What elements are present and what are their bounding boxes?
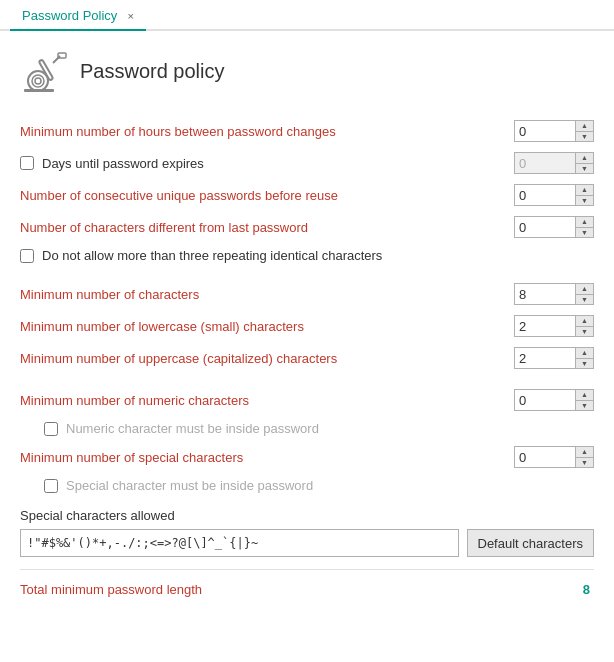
form-row-min-hours: Minimum number of hours between password…	[20, 115, 594, 147]
svg-line-3	[53, 56, 60, 63]
total-row: Total minimum password length 8	[20, 569, 594, 603]
checkbox-no-repeating[interactable]	[20, 249, 34, 263]
form-row-min-numeric: Minimum number of numeric characters▲▼	[20, 384, 594, 416]
spinbox-chars-different: ▲▼	[514, 216, 594, 238]
form-section: Minimum number of hours between password…	[20, 115, 594, 498]
spinbox-input-min-hours[interactable]	[514, 120, 576, 142]
spinbox-input-min-lowercase[interactable]	[514, 315, 576, 337]
label-min-lowercase: Minimum number of lowercase (small) char…	[20, 319, 514, 334]
checkbox-days-expires[interactable]	[20, 156, 34, 170]
form-row-no-repeating: Do not allow more than three repeating i…	[20, 243, 594, 268]
svg-rect-6	[24, 89, 54, 92]
label-min-uppercase: Minimum number of uppercase (capitalized…	[20, 351, 514, 366]
svg-rect-2	[39, 59, 53, 80]
tab-password-policy[interactable]: Password Policy ×	[10, 0, 146, 31]
page-title: Password policy	[80, 60, 225, 83]
label-numeric-inside: Numeric character must be inside passwor…	[66, 421, 319, 436]
spinbox-min-hours: ▲▼	[514, 120, 594, 142]
spinbox-input-min-special[interactable]	[514, 446, 576, 468]
spinbox-down-chars-different[interactable]: ▼	[576, 227, 593, 238]
label-no-repeating: Do not allow more than three repeating i…	[42, 248, 382, 263]
form-row-unique-passwords: Number of consecutive unique passwords b…	[20, 179, 594, 211]
spinbox-min-chars: ▲▼	[514, 283, 594, 305]
special-chars-row: Default characters	[20, 529, 594, 557]
special-chars-input[interactable]	[20, 529, 459, 557]
spinbox-unique-passwords: ▲▼	[514, 184, 594, 206]
special-chars-section: Special characters allowed Default chara…	[20, 508, 594, 557]
form-row-min-uppercase: Minimum number of uppercase (capitalized…	[20, 342, 594, 374]
spinbox-input-min-uppercase[interactable]	[514, 347, 576, 369]
spinbox-min-uppercase: ▲▼	[514, 347, 594, 369]
spinbox-down-min-chars[interactable]: ▼	[576, 294, 593, 305]
spinbox-min-lowercase: ▲▼	[514, 315, 594, 337]
spinbox-days-expires: ▲▼	[514, 152, 594, 174]
spinbox-min-special: ▲▼	[514, 446, 594, 468]
spinbox-input-days-expires	[514, 152, 576, 174]
spinbox-buttons-min-lowercase: ▲▼	[576, 315, 594, 337]
spinbox-down-min-hours[interactable]: ▼	[576, 131, 593, 142]
form-row-min-lowercase: Minimum number of lowercase (small) char…	[20, 310, 594, 342]
svg-point-5	[35, 78, 41, 84]
section-divider	[20, 268, 594, 278]
spinbox-down-min-special[interactable]: ▼	[576, 457, 593, 468]
spinbox-buttons-min-numeric: ▲▼	[576, 389, 594, 411]
svg-point-1	[32, 75, 44, 87]
label-min-hours: Minimum number of hours between password…	[20, 124, 514, 139]
label-chars-different: Number of characters different from last…	[20, 220, 514, 235]
page-header: Password policy	[20, 47, 594, 95]
spinbox-down-days-expires[interactable]: ▼	[576, 163, 593, 174]
form-row-min-chars: Minimum number of characters▲▼	[20, 278, 594, 310]
spinbox-buttons-days-expires: ▲▼	[576, 152, 594, 174]
main-content: Password policy Minimum number of hours …	[0, 31, 614, 619]
label-special-inside: Special character must be inside passwor…	[66, 478, 313, 493]
default-characters-button[interactable]: Default characters	[467, 529, 595, 557]
spinbox-buttons-chars-different: ▲▼	[576, 216, 594, 238]
spinbox-min-numeric: ▲▼	[514, 389, 594, 411]
label-min-special: Minimum number of special characters	[20, 450, 514, 465]
label-unique-passwords: Number of consecutive unique passwords b…	[20, 188, 514, 203]
spinbox-down-min-lowercase[interactable]: ▼	[576, 326, 593, 337]
spinbox-input-chars-different[interactable]	[514, 216, 576, 238]
checkbox-numeric-inside[interactable]	[44, 422, 58, 436]
spinbox-buttons-unique-passwords: ▲▼	[576, 184, 594, 206]
spinbox-input-min-chars[interactable]	[514, 283, 576, 305]
spinbox-up-chars-different[interactable]: ▲	[576, 217, 593, 227]
spinbox-up-min-chars[interactable]: ▲	[576, 284, 593, 294]
section-divider	[20, 374, 594, 384]
spinbox-down-min-numeric[interactable]: ▼	[576, 400, 593, 411]
form-row-min-special: Minimum number of special characters▲▼	[20, 441, 594, 473]
spinbox-down-unique-passwords[interactable]: ▼	[576, 195, 593, 206]
spinbox-up-min-numeric[interactable]: ▲	[576, 390, 593, 400]
spinbox-up-min-uppercase[interactable]: ▲	[576, 348, 593, 358]
password-policy-icon	[20, 47, 68, 95]
spinbox-up-min-hours[interactable]: ▲	[576, 121, 593, 131]
spinbox-down-min-uppercase[interactable]: ▼	[576, 358, 593, 369]
label-min-chars: Minimum number of characters	[20, 287, 514, 302]
form-row-special-inside: Special character must be inside passwor…	[20, 473, 594, 498]
spinbox-input-min-numeric[interactable]	[514, 389, 576, 411]
tab-close-icon[interactable]: ×	[127, 10, 133, 22]
special-chars-label: Special characters allowed	[20, 508, 594, 523]
total-label: Total minimum password length	[20, 582, 202, 597]
checkbox-special-inside[interactable]	[44, 479, 58, 493]
form-row-days-expires: Days until password expires▲▼	[20, 147, 594, 179]
spinbox-input-unique-passwords[interactable]	[514, 184, 576, 206]
spinbox-buttons-min-special: ▲▼	[576, 446, 594, 468]
spinbox-buttons-min-hours: ▲▼	[576, 120, 594, 142]
spinbox-buttons-min-chars: ▲▼	[576, 283, 594, 305]
spinbox-buttons-min-uppercase: ▲▼	[576, 347, 594, 369]
spinbox-up-days-expires[interactable]: ▲	[576, 153, 593, 163]
total-value: 8	[583, 582, 594, 597]
label-min-numeric: Minimum number of numeric characters	[20, 393, 514, 408]
form-row-numeric-inside: Numeric character must be inside passwor…	[20, 416, 594, 441]
spinbox-up-min-special[interactable]: ▲	[576, 447, 593, 457]
spinbox-up-unique-passwords[interactable]: ▲	[576, 185, 593, 195]
tab-label: Password Policy	[22, 8, 117, 23]
spinbox-up-min-lowercase[interactable]: ▲	[576, 316, 593, 326]
form-row-chars-different: Number of characters different from last…	[20, 211, 594, 243]
label-days-expires: Days until password expires	[42, 156, 204, 171]
tab-bar: Password Policy ×	[0, 0, 614, 31]
